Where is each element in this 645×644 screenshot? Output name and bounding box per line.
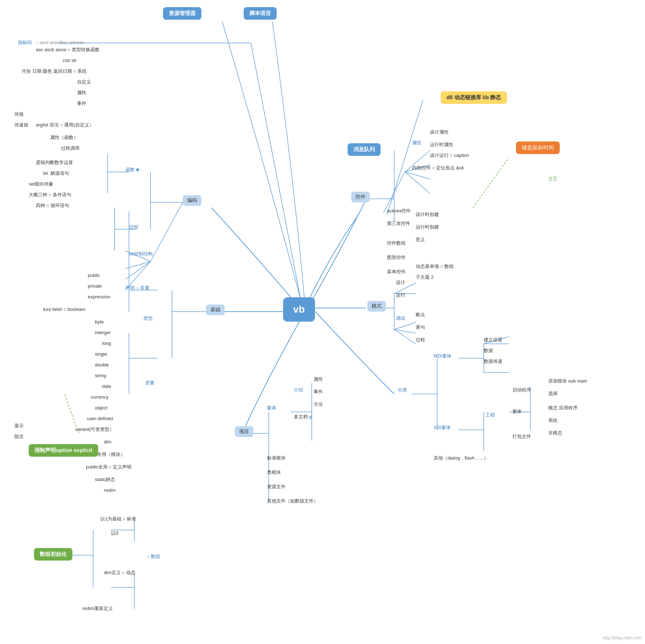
svg-line-39 [394,330,416,344]
yi1-node: 以1为基础 ○ 标准 [100,516,136,522]
single-node: single [95,351,107,357]
shuzucsz-node: 数组初始化 [34,548,72,561]
svg-line-12 [125,261,150,279]
shuxing2-node: 属性（函数） [50,134,78,141]
public2-node: public全局 ○ 定义声明 [86,464,132,470]
xitong-node: 系统 [548,417,558,424]
dim2-node: dim定义 ○ 动态 [104,569,135,576]
activex-node: activex控件 [387,208,411,214]
zhuju-node: 逐句 [416,324,425,331]
shenming-node: 声明 ○ 常量 [125,285,149,291]
vbkz-node: vb控制结构 [129,251,153,257]
public-node: public [88,272,100,278]
dabao-node: 打包文件 [512,433,531,440]
szs-node: 四种 ○ 循环语句 [36,202,69,209]
tuxingkj-node: 图形控件 [387,254,406,261]
qidongg-node: 启动程序 [512,387,531,393]
svg-line-27 [383,172,405,213]
guocheng-node: 过程 [129,224,138,230]
jichu-node: 基础 [206,304,225,315]
kongj-node: 控件 [351,192,370,202]
sheji-node: 设计 [396,279,405,286]
dtcd-node: 动态菜单项 ○ 数组 [416,263,454,270]
shujuchuandi-node: 数据传递 [484,358,502,365]
qitawj-node: 其他文件（如数据文件） [267,498,318,504]
jieshao-node: 介绍 [294,387,303,393]
svg-line-11 [125,261,150,269]
xiaoxiduilie-node: 消息队列 [348,143,381,156]
xuanze-node: 选择 [548,390,558,397]
leixing-node: 类型 [143,315,153,322]
arglist-node: arglist 语法 ○ 通用(自定义） [36,122,94,128]
xiangmu-node: 项目 [235,426,253,437]
svg-line-9 [150,202,183,261]
bianliang-node: 变量 [145,380,154,386]
disanfa-node: 第三发控件 [387,220,410,227]
bianhao-node: 编码 [183,195,201,206]
zyuanwj-node: 资源文件 [267,484,286,490]
yunxing-node: 运行 [396,292,405,298]
shejishuxing-node: 设计属性 [430,129,449,135]
luoji-node: 逻辑判断数学运算 [36,159,73,166]
shejiyn-node: 设计运行 ○ caption [430,152,469,159]
shijian1-node: 事件 [77,100,86,107]
ture-node: ture falsh ○ booleam [43,306,85,312]
svg-line-26 [387,100,423,215]
guobiao-node: 国标码 ○ ascii ansi dbcs unicode [18,39,84,46]
svg-line-30 [405,172,430,179]
date-node: date [102,383,111,389]
yunsj-node: 运行时创建 [416,224,439,230]
string-node: string [95,373,106,378]
yi0-node: 以0 [111,530,118,537]
duowd-node: 多文档 [294,414,314,420]
xianshi-node: 显示 [14,423,24,429]
dim-node: dim [104,439,111,444]
shuzu-label: ○ 数组 [147,553,160,560]
caidankj-node: 菜单控件 [387,269,406,275]
let-node: let 赋值语句 [43,170,69,177]
mota-node: 模态 应用程序 [548,405,578,411]
dgss-node: 大概三种 ○ 条件语句 [29,192,71,198]
duandian-node: 断点 [416,312,425,318]
svg-line-72 [251,43,301,301]
expression-node: expression [88,294,110,299]
svg-line-37 [394,322,416,330]
guochengdiaoyong-node: 过程调用 [61,145,80,152]
neibukj-node: 内部控件 ○ 定位焦点 &ok [412,165,464,171]
svg-line-31 [405,172,430,193]
qita-node: 其他（dialog，flash，…） [434,455,488,461]
svg-line-38 [394,330,416,333]
jiaohu-label: 交互 [548,176,558,182]
static-node: static静态 [95,476,115,483]
resource-manager-node: 资源管理器 [163,7,201,20]
yunsshuxing-node: 运行时属性 [430,141,453,148]
script-language-node: 脚本语言 [244,7,277,20]
chuangti-node: 窗体 [267,405,276,411]
jianpan-node: 键盘鼠标时间 [516,141,560,154]
redim2-node: redim重新定义 [82,605,113,612]
byte-node: byte [95,319,104,325]
hanshu-node: 函数 [125,167,140,173]
qiangzhi-node: 强制声明option explicit [29,444,98,457]
mindmap-container: vb 资源管理器 脚本语言 国标码 ○ ascii ansi dbcs unic… [0,0,645,644]
private-node: private [88,283,102,289]
shuxing3-node: 属性 [412,140,421,146]
sdi-node: SDI窗体 [434,424,451,431]
moshi-node: 模式 [367,301,386,312]
object-node: object [95,405,108,410]
zidingy1-node: 自定义 [77,79,91,85]
long-node: long [102,340,111,346]
chuandizhi-node: 传递值 [14,122,28,128]
zzts2-node: 子主题 2 [416,274,434,280]
tianjiam-node: 添加模块 sub main [548,378,587,384]
yinchan-node: 隐含 [14,433,24,440]
jianlisz-node: 建立设置 [484,337,502,343]
cstr-node: cstr str [63,57,77,63]
yiyi-node: 意义 [416,236,425,243]
biaozhunmk-node: 标准模块 [267,455,286,461]
watermark: http://blog.csdn.com [603,635,641,640]
double-node: double [95,362,109,367]
fenlei-node: 分类 [398,387,407,393]
mdi-node: MDI窗体 [434,353,452,359]
currency-node: currency [91,394,109,400]
